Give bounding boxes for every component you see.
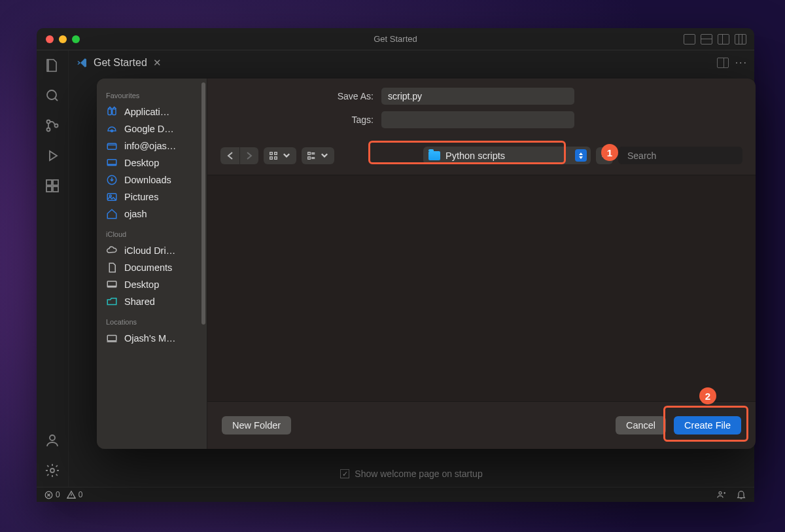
folder-selector[interactable]: Python scripts xyxy=(423,147,591,164)
sidebar-scrollbar[interactable] xyxy=(201,82,205,325)
settings-gear-icon[interactable] xyxy=(44,462,61,479)
close-tab-icon[interactable]: ✕ xyxy=(152,57,163,69)
nav-back-icon[interactable] xyxy=(220,147,239,164)
section-locations: Locations xyxy=(97,310,207,330)
folder-icon xyxy=(428,151,440,160)
svg-point-9 xyxy=(50,469,54,472)
source-control-icon[interactable] xyxy=(44,117,61,134)
status-bar: 0 0 xyxy=(37,487,754,502)
section-icloud: iCloud xyxy=(97,222,207,242)
layout-sidebar-right-icon[interactable] xyxy=(718,34,729,44)
layout-sidebar-icon[interactable] xyxy=(684,34,695,44)
svg-rect-22 xyxy=(270,156,273,159)
sidebar-item-machine[interactable]: Ojash's M… xyxy=(97,330,207,347)
chevron-down-icon xyxy=(282,151,291,160)
nav-forward-icon[interactable] xyxy=(239,147,258,164)
more-actions-icon[interactable]: ··· xyxy=(735,57,748,69)
feedback-icon[interactable] xyxy=(716,489,727,500)
layout-panel-icon[interactable] xyxy=(701,34,712,44)
file-list-area[interactable] xyxy=(207,175,756,402)
save-as-label: Save As: xyxy=(223,91,374,101)
create-file-button[interactable]: Create File xyxy=(674,416,741,434)
startup-checkbox-row[interactable]: ✓ Show welcome page on startup xyxy=(69,469,754,479)
tags-input[interactable] xyxy=(381,111,574,128)
svg-rect-5 xyxy=(53,180,58,185)
folder-name: Python scripts xyxy=(445,151,505,161)
svg-rect-10 xyxy=(108,109,111,115)
error-count-icon[interactable]: 0 xyxy=(44,490,60,499)
sidebar-item-desktop[interactable]: Desktop xyxy=(97,154,207,171)
svg-point-28 xyxy=(719,491,722,494)
svg-rect-13 xyxy=(107,143,116,149)
explorer-icon[interactable] xyxy=(44,57,61,74)
svg-point-2 xyxy=(47,128,50,132)
sidebar-item-google-drive[interactable]: Google D… xyxy=(97,120,207,137)
svg-rect-24 xyxy=(308,152,311,154)
bell-icon[interactable] xyxy=(736,489,746,500)
chevron-down-icon xyxy=(320,151,329,160)
svg-rect-7 xyxy=(53,186,58,192)
svg-rect-23 xyxy=(275,156,277,159)
new-folder-button[interactable]: New Folder xyxy=(222,416,291,434)
warning-count-icon[interactable]: 0 xyxy=(67,490,83,499)
search-field[interactable] xyxy=(618,147,742,164)
svg-point-0 xyxy=(47,90,56,99)
window-title: Get Started xyxy=(37,34,754,44)
sidebar-item-icloud-drive[interactable]: iCloud Dri… xyxy=(97,242,207,259)
svg-rect-19 xyxy=(107,336,116,341)
svg-rect-6 xyxy=(46,186,52,192)
sidebar-item-info[interactable]: info@ojas… xyxy=(97,137,207,154)
vscode-window: Get Started xyxy=(37,28,754,502)
svg-rect-4 xyxy=(46,180,52,185)
checkbox-icon[interactable]: ✓ xyxy=(340,469,349,478)
dialog-sidebar: Favourites Applicati… Google D… info@oja… xyxy=(97,79,207,449)
nav-back-forward xyxy=(220,147,258,164)
search-input[interactable] xyxy=(627,151,742,161)
tags-label: Tags: xyxy=(223,115,374,125)
sidebar-item-documents[interactable]: Documents xyxy=(97,259,207,276)
view-mode-group[interactable] xyxy=(302,147,334,164)
editor-area: Get Started ✕ ··· ✓ Show welcome page on… xyxy=(69,50,754,487)
svg-rect-25 xyxy=(308,156,311,159)
svg-point-3 xyxy=(55,124,58,128)
layout-centered-icon[interactable] xyxy=(735,34,746,44)
tab-label: Get Started xyxy=(94,57,147,69)
sidebar-item-desktop-ic[interactable]: Desktop xyxy=(97,276,207,293)
select-updown-icon xyxy=(575,149,587,162)
sidebar-item-downloads[interactable]: Downloads xyxy=(97,171,207,188)
split-editor-icon[interactable] xyxy=(717,58,729,68)
callout-number-2: 2 xyxy=(699,387,716,404)
extensions-icon[interactable] xyxy=(44,177,61,194)
sidebar-item-applications[interactable]: Applicati… xyxy=(97,103,207,120)
search-icon[interactable] xyxy=(44,87,61,104)
cancel-button[interactable]: Cancel xyxy=(616,416,666,434)
accounts-icon[interactable] xyxy=(44,432,61,449)
svg-point-1 xyxy=(47,120,50,124)
run-debug-icon[interactable] xyxy=(44,147,61,164)
view-mode-grid[interactable] xyxy=(264,147,296,164)
sidebar-item-home[interactable]: ojash xyxy=(97,205,207,222)
svg-rect-20 xyxy=(270,152,273,154)
save-as-input[interactable] xyxy=(381,88,574,105)
svg-point-8 xyxy=(50,435,55,440)
dialog-main: Save As: Tags: xyxy=(207,79,756,449)
save-dialog: Favourites Applicati… Google D… info@oja… xyxy=(97,79,756,449)
sidebar-item-shared[interactable]: Shared xyxy=(97,293,207,310)
sidebar-item-pictures[interactable]: Pictures xyxy=(97,188,207,205)
tab-get-started[interactable]: Get Started ✕ xyxy=(69,50,171,75)
activity-bar xyxy=(37,50,69,487)
titlebar: Get Started xyxy=(37,28,754,50)
section-favourites: Favourites xyxy=(97,84,207,103)
svg-rect-11 xyxy=(113,109,116,115)
svg-rect-21 xyxy=(275,152,277,154)
vscode-icon xyxy=(77,57,88,69)
startup-label: Show welcome page on startup xyxy=(355,469,482,479)
callout-number-1: 1 xyxy=(601,144,618,161)
